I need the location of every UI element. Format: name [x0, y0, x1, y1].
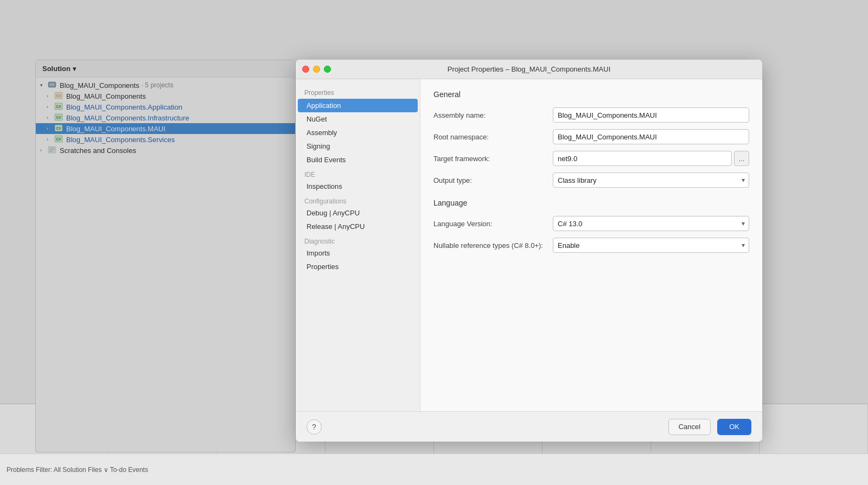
nav-item-signing[interactable]: Signing	[298, 139, 418, 153]
nav-item-assembly[interactable]: Assembly	[298, 126, 418, 139]
nullable-select-wrapper: Enable Disable Warnings Annotations ▾	[553, 238, 749, 253]
nav-item-properties[interactable]: Properties	[298, 260, 418, 273]
traffic-lights	[302, 66, 331, 73]
dialog-footer: ? Cancel OK	[296, 411, 762, 442]
language-version-select[interactable]: C# 13.0 C# 12.0 C# 11.0 Latest	[553, 216, 749, 231]
assembly-name-row: Assembly name:	[433, 107, 749, 123]
nav-item-inspections[interactable]: Inspections	[298, 180, 418, 193]
nav-item-build-events[interactable]: Build Events	[298, 153, 418, 167]
nav-item-nuget[interactable]: NuGet	[298, 112, 418, 126]
output-type-label: Output type:	[433, 176, 553, 184]
nullable-reference-select[interactable]: Enable Disable Warnings Annotations	[553, 238, 749, 253]
dialog-nav: Properties Application NuGet Assembly Si…	[296, 79, 420, 411]
nav-section-ide: IDE	[296, 167, 420, 180]
browse-button[interactable]: ...	[734, 151, 749, 166]
root-namespace-label: Root namespace:	[433, 133, 553, 141]
nav-section-configurations: Configurations	[296, 193, 420, 206]
language-version-select-wrapper: C# 13.0 C# 12.0 C# 11.0 Latest ▾	[553, 216, 749, 231]
target-framework-input[interactable]	[553, 151, 732, 166]
help-button[interactable]: ?	[307, 419, 322, 435]
nav-item-release[interactable]: Release | AnyCPU	[298, 220, 418, 233]
maximize-button[interactable]	[324, 66, 331, 73]
assembly-name-label: Assembly name:	[433, 111, 553, 119]
root-namespace-input[interactable]	[553, 129, 749, 144]
dialog-content: General Assembly name: Root namespace: T…	[420, 79, 762, 411]
ok-button[interactable]: OK	[717, 419, 751, 435]
target-framework-label: Target framework:	[433, 155, 553, 163]
nullable-reference-label: Nullable reference types (C# 8.0+):	[433, 241, 553, 250]
dialog-title: Project Properties – Blog_MAUI_Component…	[448, 65, 611, 73]
assembly-name-input[interactable]	[553, 107, 749, 123]
root-namespace-row: Root namespace:	[433, 129, 749, 144]
dialog-titlebar: Project Properties – Blog_MAUI_Component…	[296, 60, 762, 79]
output-type-select-wrapper: Class library Console Application Window…	[553, 173, 749, 188]
output-type-row: Output type: Class library Console Appli…	[433, 173, 749, 188]
language-version-label: Language Version:	[433, 220, 553, 228]
nav-section-diagnostic: Diagnostic	[296, 233, 420, 246]
bottom-bar-text: Problems Filter: All Solution Files ∨ To…	[7, 466, 148, 474]
dialog-body: Properties Application NuGet Assembly Si…	[296, 79, 762, 411]
nav-item-imports[interactable]: Imports	[298, 246, 418, 260]
cancel-button[interactable]: Cancel	[668, 419, 711, 435]
language-section-title: Language	[433, 199, 749, 207]
bottom-bar: Problems Filter: All Solution Files ∨ To…	[0, 454, 868, 485]
nav-item-application[interactable]: Application	[298, 99, 418, 112]
target-framework-row: Target framework: ...	[433, 151, 749, 166]
language-version-row: Language Version: C# 13.0 C# 12.0 C# 11.…	[433, 216, 749, 231]
general-section-title: General	[433, 90, 749, 99]
nav-item-debug[interactable]: Debug | AnyCPU	[298, 206, 418, 220]
output-type-select[interactable]: Class library Console Application Window…	[553, 173, 749, 188]
project-properties-dialog: Project Properties – Blog_MAUI_Component…	[296, 60, 762, 442]
nullable-reference-row: Nullable reference types (C# 8.0+): Enab…	[433, 238, 749, 253]
nav-section-properties: Properties	[296, 84, 420, 99]
target-framework-field: ...	[553, 151, 749, 166]
minimize-button[interactable]	[313, 66, 320, 73]
close-button[interactable]	[302, 66, 309, 73]
